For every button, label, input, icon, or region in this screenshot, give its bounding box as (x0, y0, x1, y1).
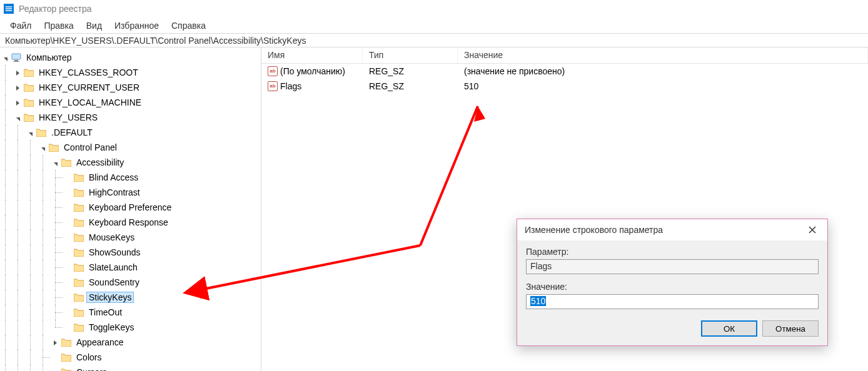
tree-item[interactable]: Keyboard Preference (0, 200, 261, 215)
chevron-right-icon[interactable] (50, 337, 60, 347)
folder-icon (74, 188, 84, 197)
tree-label: ToggleKeys (86, 322, 136, 333)
tree-item-controlpanel[interactable]: Control Panel (0, 140, 261, 155)
chevron-down-icon[interactable] (38, 142, 48, 152)
menubar: Файл Правка Вид Избранное Справка (0, 17, 868, 34)
tree-item-computer[interactable]: Компьютер (0, 50, 261, 65)
chevron-right-icon[interactable] (13, 97, 23, 107)
tree-item[interactable]: Colors (0, 350, 261, 365)
tree-item-stickykeys[interactable]: StickyKeys (0, 290, 261, 305)
chevron-down-icon[interactable] (25, 127, 35, 137)
string-value-icon: ab (268, 66, 278, 76)
tree-label: Appearance (74, 337, 126, 348)
folder-icon (74, 203, 84, 212)
menu-help[interactable]: Справка (165, 19, 212, 32)
folder-icon (24, 98, 34, 107)
tree-item[interactable]: Blind Access (0, 170, 261, 185)
tree-label: MouseKeys (86, 232, 137, 243)
folder-icon (74, 233, 84, 242)
menu-view[interactable]: Вид (80, 19, 108, 32)
tree-item[interactable]: HighContrast (0, 185, 261, 200)
cancel-button[interactable]: Отмена (762, 320, 819, 337)
folder-icon (74, 308, 84, 317)
tree-item-hku[interactable]: HKEY_USERS (0, 110, 261, 125)
computer-icon (11, 52, 21, 62)
tree-item-default[interactable]: .DEFAULT (0, 125, 261, 140)
tree-label: ShowSounds (86, 247, 143, 258)
tree-item-hklm[interactable]: HKEY_LOCAL_MACHINE (0, 95, 261, 110)
column-header-row: Имя Тип Значение (261, 47, 868, 64)
svg-rect-5 (13, 61, 19, 62)
ok-button[interactable]: ОК (701, 320, 757, 337)
string-value-icon: ab (268, 81, 278, 91)
tree-item[interactable]: Appearance (0, 335, 261, 350)
param-field: Flags (526, 259, 819, 274)
folder-icon (74, 248, 84, 257)
tree-item-hkcr[interactable]: HKEY_CLASSES_ROOT (0, 65, 261, 80)
chevron-right-icon[interactable] (13, 82, 23, 92)
column-header-name[interactable]: Имя (261, 47, 363, 63)
folder-icon (74, 293, 84, 302)
value-type: REG_SZ (363, 66, 458, 76)
folder-icon (24, 83, 34, 92)
value-name: (По умолчанию) (280, 66, 345, 76)
value-label: Значение: (526, 282, 819, 292)
tree-label: HKEY_CURRENT_USER (36, 82, 142, 93)
folder-icon (74, 218, 84, 227)
tree-label: HighContrast (86, 187, 143, 198)
folder-icon (74, 173, 84, 182)
tree-item[interactable]: ToggleKeys (0, 320, 261, 335)
chevron-right-icon[interactable] (13, 67, 23, 77)
tree-label: Blind Access (86, 172, 141, 183)
menu-favorites[interactable]: Избранное (108, 19, 165, 32)
column-header-type[interactable]: Тип (363, 47, 458, 63)
tree-item[interactable]: Keyboard Response (0, 215, 261, 230)
tree-label: Accessibility (74, 157, 126, 168)
edit-string-dialog: Изменение строкового параметра Параметр:… (517, 219, 828, 346)
tree-label: .DEFAULT (49, 127, 95, 138)
value-data: 510 (458, 81, 868, 91)
close-button[interactable] (805, 222, 820, 237)
value-row[interactable]: abFlags REG_SZ 510 (261, 79, 868, 94)
tree-item-accessibility[interactable]: Accessibility (0, 155, 261, 170)
tree-label: Компьютер (24, 52, 74, 63)
column-header-value[interactable]: Значение (458, 47, 868, 63)
svg-rect-3 (12, 54, 21, 59)
tree-item[interactable]: SoundSentry (0, 275, 261, 290)
chevron-down-icon[interactable] (0, 52, 10, 62)
window-title: Редактор реестра (19, 4, 92, 14)
tree-label: TimeOut (86, 307, 124, 318)
param-label: Параметр: (526, 247, 819, 257)
titlebar: Редактор реестра (0, 0, 868, 17)
folder-icon (36, 128, 46, 137)
menu-file[interactable]: Файл (4, 19, 38, 32)
folder-icon (61, 338, 71, 347)
value-type: REG_SZ (363, 81, 458, 91)
svg-rect-2 (6, 10, 13, 11)
folder-icon (49, 143, 59, 152)
value-field-selection: 510 (530, 296, 546, 306)
dialog-title: Изменение строкового параметра (525, 225, 663, 235)
folder-icon (74, 323, 84, 332)
tree-item[interactable]: TimeOut (0, 305, 261, 320)
tree-label: Cursors (74, 367, 109, 371)
tree-item[interactable]: ShowSounds (0, 245, 261, 260)
tree-item[interactable]: MouseKeys (0, 230, 261, 245)
svg-rect-1 (6, 8, 13, 9)
tree-label: Colors (74, 352, 104, 363)
value-row[interactable]: ab(По умолчанию) REG_SZ (значение не при… (261, 64, 868, 79)
tree-item-hkcu[interactable]: HKEY_CURRENT_USER (0, 80, 261, 95)
folder-icon (61, 158, 71, 167)
chevron-down-icon[interactable] (13, 112, 23, 122)
tree-item[interactable]: SlateLaunch (0, 260, 261, 275)
folder-icon (24, 113, 34, 122)
address-text: Компьютер\HKEY_USERS\.DEFAULT\Control Pa… (5, 36, 306, 46)
tree-pane[interactable]: Компьютер HKEY_CLASSES_ROOT HKEY_CURRENT… (0, 47, 261, 371)
menu-edit[interactable]: Правка (38, 19, 79, 32)
svg-rect-0 (6, 6, 13, 7)
value-field[interactable]: 510 (526, 294, 819, 309)
address-bar[interactable]: Компьютер\HKEY_USERS\.DEFAULT\Control Pa… (0, 34, 868, 47)
chevron-down-icon[interactable] (50, 157, 60, 167)
tree-item[interactable]: Cursors (0, 365, 261, 371)
tree-label: Keyboard Preference (86, 202, 174, 213)
